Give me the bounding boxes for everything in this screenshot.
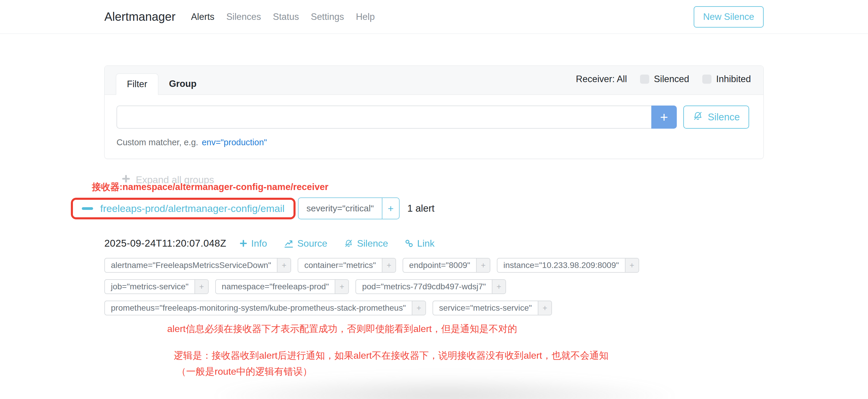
label-container: container="metrics" + <box>298 258 396 273</box>
alert-actions: Info Source <box>239 238 434 249</box>
alert-link-link[interactable]: Link <box>405 238 435 249</box>
alert-labels: alertname="FreeleapsMetricsServiceDown" … <box>104 258 764 315</box>
annotation-alert-note: alert信息必须在接收器下才表示配置成功，否则即使能看到alert，但是通知是… <box>167 323 517 336</box>
bell-slash-icon <box>344 239 353 248</box>
label-plus-button[interactable]: + <box>194 280 208 294</box>
matcher-input[interactable] <box>117 105 651 129</box>
bell-slash-icon <box>692 111 703 124</box>
bottom-shadow <box>208 375 682 399</box>
matcher-input-group: + <box>117 105 677 129</box>
label-text: namespace="freeleaps-prod" <box>216 280 335 294</box>
alert-info-link[interactable]: Info <box>239 238 267 249</box>
app-brand[interactable]: Alertmanager <box>104 10 176 23</box>
label-plus-button[interactable]: + <box>277 258 290 272</box>
navbar: Alertmanager Alerts Silences Status Sett… <box>0 0 868 34</box>
alert-source-label: Source <box>297 238 327 249</box>
red-highlight-box: freeleaps-prod/alertmanager-config/email <box>71 198 296 219</box>
annotation-logic-note: 逻辑是：接收器收到alert后进行通知，如果alert不在接收器下，说明接收器没… <box>174 349 609 362</box>
receiver-dropdown[interactable]: Receiver: All <box>576 74 627 85</box>
label-alertname: alertname="FreeleapsMetricsServiceDown" … <box>104 258 291 273</box>
label-text: pod="metrics-77d9cdb497-wdsj7" <box>356 280 492 294</box>
silence-filter-button[interactable]: Silence <box>683 105 749 129</box>
matcher-row: + Silence <box>117 105 751 129</box>
label-plus-button[interactable]: + <box>476 258 490 272</box>
label-text: container="metrics" <box>298 258 382 272</box>
new-silence-button[interactable]: New Silence <box>694 6 764 28</box>
alert-silence-link[interactable]: Silence <box>344 238 388 249</box>
silence-filter-label: Silence <box>708 112 740 123</box>
label-text: prometheus="freeleaps-monitoring-system/… <box>105 301 412 315</box>
label-row: job="metrics-service" + namespace="freel… <box>104 279 764 294</box>
filter-card: Filter Group Receiver: All Silenced Inhi… <box>104 65 764 159</box>
nav-links: Alerts Silences Status Settings Help <box>191 11 375 22</box>
label-text: job="metrics-service" <box>105 280 194 294</box>
label-plus-button[interactable]: + <box>412 301 425 315</box>
filter-card-header: Filter Group Receiver: All Silenced Inhi… <box>105 66 763 95</box>
label-plus-button[interactable]: + <box>335 280 348 294</box>
alert-silence-label: Silence <box>357 238 388 249</box>
chart-line-icon <box>284 238 294 248</box>
matcher-help-text: Custom matcher, e.g. <box>117 137 198 147</box>
alert-meta-row: 2025-09-24T11:20:07.048Z Info <box>104 238 764 249</box>
group-matcher-text: severity="critical" <box>299 198 382 219</box>
inhibited-checkbox-group[interactable]: Inhibited <box>702 74 751 85</box>
silenced-checkbox-label: Silenced <box>654 74 689 85</box>
nav-item-status[interactable]: Status <box>273 11 299 22</box>
label-plus-button[interactable]: + <box>382 258 396 272</box>
alert-count: 1 alert <box>407 203 435 214</box>
filter-header-controls: Receiver: All Silenced Inhibited <box>576 74 751 85</box>
label-text: endpoint="8009" <box>403 258 476 272</box>
tab-group[interactable]: Group <box>158 73 207 95</box>
inhibited-checkbox[interactable] <box>702 74 711 84</box>
silenced-checkbox-group[interactable]: Silenced <box>640 74 689 85</box>
alert-link-label: Link <box>417 238 435 249</box>
label-plus-button[interactable]: + <box>538 301 551 315</box>
tab-filter[interactable]: Filter <box>116 73 158 95</box>
label-prometheus: prometheus="freeleaps-monitoring-system/… <box>104 301 426 315</box>
label-text: alertname="FreeleapsMetricsServiceDown" <box>105 258 277 272</box>
alert-timestamp: 2025-09-24T11:20:07.048Z <box>104 238 226 249</box>
label-pod: pod="metrics-77d9cdb497-wdsj7" + <box>355 279 506 294</box>
label-instance: instance="10.233.98.209:8009" + <box>497 258 639 273</box>
group-name: freeleaps-prod/alertmanager-config/email <box>100 203 285 214</box>
nav-item-help[interactable]: Help <box>356 11 375 22</box>
label-row: alertname="FreeleapsMetricsServiceDown" … <box>104 258 764 273</box>
label-plus-button[interactable]: + <box>625 258 639 272</box>
add-matcher-button[interactable]: + <box>651 105 677 129</box>
matcher-example-link[interactable]: env="production" <box>202 137 267 147</box>
label-text: service="metrics-service" <box>433 301 538 315</box>
label-endpoint: endpoint="8009" + <box>403 258 490 273</box>
alert-info-label: Info <box>251 238 267 249</box>
group-toggle-button[interactable]: freeleaps-prod/alertmanager-config/email <box>73 200 293 217</box>
group-matcher-plus-button[interactable]: + <box>382 198 399 219</box>
plus-icon <box>239 239 248 248</box>
nav-item-silences[interactable]: Silences <box>226 11 261 22</box>
inhibited-checkbox-label: Inhibited <box>716 74 751 85</box>
nav-item-settings[interactable]: Settings <box>311 11 344 22</box>
label-namespace: namespace="freeleaps-prod" + <box>215 279 349 294</box>
annotation-receiver-note: 接收器:namespace/altermanager-config-name/r… <box>92 181 329 193</box>
nav-item-alerts[interactable]: Alerts <box>191 11 214 22</box>
chain-link-icon <box>405 239 413 248</box>
collapse-minus-icon <box>82 207 93 210</box>
matcher-help-row: Custom matcher, e.g. env="production" <box>117 137 751 147</box>
group-matcher-tag: severity="critical" + <box>298 197 400 219</box>
label-row: prometheus="freeleaps-monitoring-system/… <box>104 301 764 315</box>
label-text: instance="10.233.98.209:8009" <box>497 258 625 272</box>
silenced-checkbox[interactable] <box>640 74 649 84</box>
alert-source-link[interactable]: Source <box>284 238 327 249</box>
label-service: service="metrics-service" + <box>433 301 552 315</box>
main-content: Filter Group Receiver: All Silenced Inhi… <box>104 65 764 378</box>
annotation-logic-note2: （一般是route中的逻辑有错误） <box>177 365 312 378</box>
label-plus-button[interactable]: + <box>492 280 505 294</box>
label-job: job="metrics-service" + <box>104 279 209 294</box>
filter-card-body: + Silence Custom matcher, e.g. env="prod <box>105 95 763 159</box>
navbar-inner: Alertmanager Alerts Silences Status Sett… <box>104 6 764 28</box>
alert-group-row: freeleaps-prod/alertmanager-config/email… <box>71 197 764 219</box>
